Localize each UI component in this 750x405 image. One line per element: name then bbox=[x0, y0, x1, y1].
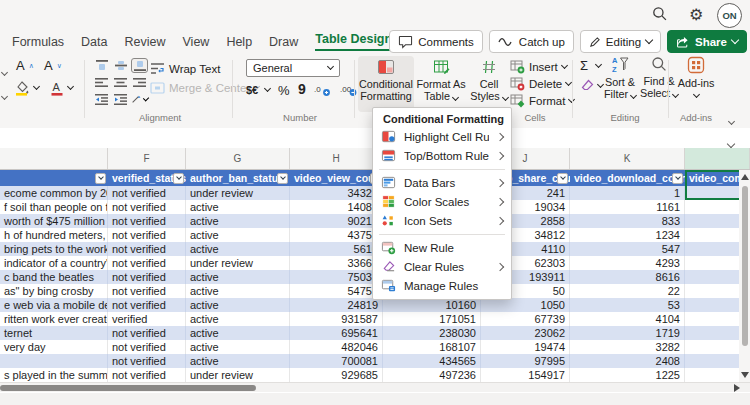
gear-icon[interactable]: ⚙ bbox=[689, 6, 707, 24]
tab-review[interactable]: Review bbox=[125, 35, 166, 49]
decrease-indent-button[interactable] bbox=[93, 92, 110, 107]
autosum-button[interactable]: Σ bbox=[580, 58, 601, 73]
cell[interactable]: 700081 bbox=[290, 354, 383, 368]
cell[interactable]: 75034 bbox=[290, 270, 383, 284]
cell[interactable]: 154917 bbox=[481, 368, 570, 382]
cell[interactable]: active bbox=[186, 214, 290, 228]
cell[interactable]: 22 bbox=[570, 284, 685, 298]
comments-button[interactable]: Comments bbox=[389, 30, 483, 53]
cell[interactable]: active bbox=[186, 340, 290, 354]
scroll-right-arrow-icon[interactable] bbox=[734, 384, 740, 392]
cell[interactable]: 1161 bbox=[570, 200, 685, 214]
cell-styles-button[interactable]: Cell Styles bbox=[468, 56, 510, 112]
cell[interactable]: 171051 bbox=[383, 312, 481, 326]
tab-data[interactable]: Data bbox=[81, 35, 107, 49]
cell[interactable]: not verified bbox=[108, 214, 186, 228]
cell[interactable]: 53 bbox=[570, 298, 685, 312]
header-cell[interactable]: video_view_count bbox=[290, 170, 383, 186]
cell[interactable]: ternet bbox=[0, 326, 108, 340]
cell[interactable]: not verified bbox=[108, 340, 186, 354]
cell[interactable]: as" by bing crosby bbox=[0, 284, 108, 298]
cell[interactable]: e web via a mobile device bbox=[0, 298, 108, 312]
cell[interactable]: 497236 bbox=[383, 368, 481, 382]
format-cells-button[interactable]: Format bbox=[510, 93, 574, 108]
cell[interactable]: 1225 bbox=[570, 368, 685, 382]
menu-item-highlight-cell-rules[interactable]: Highlight Cell Rules bbox=[373, 127, 511, 146]
cell[interactable]: not verified bbox=[108, 354, 186, 368]
column-letter[interactable]: K bbox=[570, 148, 685, 169]
cell[interactable]: active bbox=[186, 284, 290, 298]
cell[interactable]: not verified bbox=[108, 200, 186, 214]
cell[interactable]: active bbox=[186, 242, 290, 256]
increase-indent-button[interactable] bbox=[112, 92, 129, 107]
increase-decimal-button[interactable]: .0 bbox=[314, 83, 331, 97]
cell[interactable]: 5616 bbox=[290, 242, 383, 256]
header-cell[interactable] bbox=[0, 170, 108, 186]
align-left-button[interactable] bbox=[93, 75, 110, 90]
cell[interactable]: 434565 bbox=[383, 354, 481, 368]
cell[interactable]: 23062 bbox=[481, 326, 570, 340]
column-letter[interactable]: H bbox=[290, 148, 383, 169]
filter-dropdown-icon[interactable] bbox=[672, 173, 683, 184]
menu-item-clear-rules[interactable]: Clear Rules bbox=[373, 257, 511, 276]
merge-center-button[interactable]: Merge & Center bbox=[150, 82, 259, 94]
align-bottom-button[interactable] bbox=[131, 58, 148, 73]
cell[interactable]: 1050 bbox=[481, 298, 570, 312]
cell[interactable]: 10160 bbox=[383, 298, 481, 312]
scroll-up-arrow-icon[interactable] bbox=[741, 174, 749, 180]
cell[interactable]: 695641 bbox=[290, 326, 383, 340]
cell[interactable]: 1234 bbox=[570, 228, 685, 242]
cell[interactable]: 34329 bbox=[290, 186, 383, 200]
menu-item-data-bars[interactable]: Data Bars bbox=[373, 173, 511, 192]
cell[interactable]: under review bbox=[186, 186, 290, 200]
cell[interactable]: 4104 bbox=[570, 312, 685, 326]
cell[interactable]: under review bbox=[186, 368, 290, 382]
cell[interactable]: 4293 bbox=[570, 256, 685, 270]
cell[interactable]: 54753 bbox=[290, 284, 383, 298]
filter-dropdown-icon[interactable] bbox=[557, 173, 568, 184]
cell[interactable]: 238030 bbox=[383, 326, 481, 340]
cell[interactable]: 168107 bbox=[383, 340, 481, 354]
cell[interactable]: 24819 bbox=[290, 298, 383, 312]
editing-mode-button[interactable]: Editing bbox=[580, 30, 661, 53]
column-letter[interactable] bbox=[685, 148, 750, 169]
cell[interactable]: f soil than people on the bbox=[0, 200, 108, 214]
column-letter[interactable]: F bbox=[108, 148, 186, 169]
search-icon[interactable] bbox=[652, 6, 670, 24]
filter-dropdown-icon[interactable] bbox=[173, 173, 184, 184]
cell[interactable]: ritten work ever created bbox=[0, 312, 108, 326]
column-letter[interactable] bbox=[0, 148, 108, 169]
catch-up-button[interactable]: Catch up bbox=[489, 30, 574, 53]
cell[interactable]: active bbox=[186, 200, 290, 214]
cell[interactable]: 3282 bbox=[570, 340, 685, 354]
tab-help[interactable]: Help bbox=[226, 35, 252, 49]
cell[interactable]: not verified bbox=[108, 228, 186, 242]
cell[interactable]: ecome common by 2025 bbox=[0, 186, 108, 200]
increase-font-size-button[interactable]: A∧ bbox=[16, 58, 34, 73]
cell[interactable]: 8616 bbox=[570, 270, 685, 284]
cell[interactable]: verified bbox=[108, 312, 186, 326]
column-letter[interactable]: G bbox=[186, 148, 290, 169]
cell[interactable]: 833 bbox=[570, 214, 685, 228]
clear-button[interactable] bbox=[580, 79, 603, 92]
horizontal-scrollbar[interactable] bbox=[0, 382, 750, 392]
vertical-scrollbar[interactable] bbox=[739, 170, 750, 382]
fill-color-button[interactable] bbox=[14, 80, 39, 96]
cell[interactable]: 67739 bbox=[481, 312, 570, 326]
cell[interactable]: 90218 bbox=[290, 214, 383, 228]
percent-style-button[interactable]: % bbox=[278, 83, 290, 98]
number-format-select[interactable]: General bbox=[246, 59, 340, 77]
insert-cells-button[interactable]: Insert bbox=[510, 59, 567, 74]
cell[interactable]: 1719 bbox=[570, 326, 685, 340]
header-cell[interactable]: verified_status bbox=[108, 170, 186, 186]
share-button[interactable]: Share bbox=[667, 30, 747, 53]
conditional-formatting-button[interactable]: Conditional Formatting bbox=[358, 56, 414, 112]
header-cell[interactable]: video_download_count bbox=[570, 170, 685, 186]
delete-cells-button[interactable]: Delete bbox=[510, 76, 571, 91]
align-middle-button[interactable] bbox=[112, 58, 129, 73]
cell[interactable]: 14087 bbox=[290, 200, 383, 214]
cell[interactable]: not verified bbox=[108, 270, 186, 284]
scroll-down-arrow-icon[interactable] bbox=[741, 372, 749, 378]
tab-table-design[interactable]: Table Design bbox=[315, 32, 392, 51]
cell[interactable]: 482046 bbox=[290, 340, 383, 354]
